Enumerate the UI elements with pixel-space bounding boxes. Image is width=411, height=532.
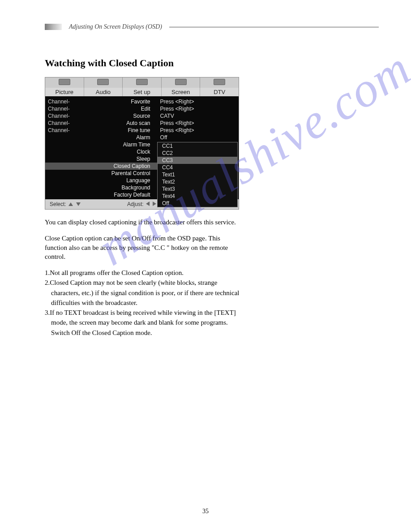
page-header: Adjusting On Screen Displays (OSD) [45,23,379,30]
text-line: Close Caption option can be set On/Off f… [45,235,220,242]
menu-item: Channel-Favorite [45,98,158,105]
list-item: 2.Closed Caption may not be seen clearly… [45,278,295,287]
header-mark-icon [45,24,62,30]
audio-icon [97,79,109,85]
footer-select-label: Select: [50,201,66,207]
footer-select: Select: [50,201,81,207]
menu-item: Alarm Time [45,141,158,148]
popup-option: Text2 [158,178,237,185]
menu-item: Parental Control [45,170,158,177]
triangle-left-icon [146,202,150,206]
popup-option: Text3 [158,185,237,193]
menu-item: Factory Default [45,191,158,198]
page-number: 35 [0,508,411,515]
text-line: control. [45,253,65,260]
setup-icon [136,79,148,85]
tab-audio: Audio [84,88,123,96]
menu-value: Press <Right> [158,98,239,105]
popup-option-selected: CC3 [158,157,237,164]
menu-item: Channel-Auto scan [45,120,158,127]
header-rule [169,27,379,27]
triangle-down-icon [76,202,81,206]
menu-item: Channel-Source [45,112,158,120]
tab-screen: Screen [162,88,201,96]
popup-option: CC4 [158,164,237,171]
menu-item: Clock [45,148,158,155]
footer-adjust-label: Adjust: [127,201,144,207]
menu-item: Sleep [45,155,158,163]
menu-item: Language [45,177,158,184]
list-item: characters, etc.) if the signal conditio… [45,288,295,297]
menu-item: Channel-Fine tune [45,127,158,134]
tab-dtv: DTV [200,88,239,96]
manual-page: Adjusting On Screen Displays (OSD) Watch… [0,0,411,532]
tab-setup: Set up [123,88,162,96]
popup-option: Text4 [158,193,237,200]
osd-menu-screenshot: Picture Audio Set up Screen DTV Channel-… [45,77,239,210]
notes-list: 1.Not all programs offer the Closed Capt… [45,268,295,337]
header-section-title: Adjusting On Screen Displays (OSD) [69,23,162,30]
menu-item: Alarm [45,134,158,141]
popup-option: CC1 [158,142,237,150]
osd-icon-row [45,77,239,88]
text-line: function also can be access by pressing … [45,244,228,251]
menu-value: Press <Right> [158,120,239,127]
triangle-right-icon [153,202,156,206]
body-text: You can display closed captioning if the… [45,218,295,337]
list-item: difficulties with the broadcaster. [45,298,295,307]
closed-caption-popup: CC1 CC2 CC3 CC4 Text1 Text2 Text3 Text4 … [157,142,238,207]
osd-menu-list: Channel-Favorite Channel-Edit Channel-So… [45,98,158,198]
popup-option: Off [158,200,237,207]
picture-icon [59,79,70,85]
menu-value: Off [158,134,239,141]
paragraph: Close Caption option can be set On/Off f… [45,234,295,261]
menu-value: Press <Right> [158,105,239,112]
list-item: 1.Not all programs offer the Closed Capt… [45,268,295,277]
popup-option: CC2 [158,150,237,157]
list-item: 3.If no TEXT broadcast is being received… [45,308,295,317]
menu-value: CATV [158,112,239,120]
menu-item: Background [45,184,158,191]
footer-adjust: Adjust: [127,201,157,207]
triangle-up-icon [68,202,73,206]
tab-picture: Picture [45,88,84,96]
page-title: Watching with Closed Caption [45,57,379,69]
screen-icon [175,79,187,85]
list-item: mode, the screen may become dark and bla… [45,318,295,327]
paragraph: You can display closed captioning if the… [45,218,295,227]
osd-tab-row: Picture Audio Set up Screen DTV [45,88,239,96]
menu-item-selected: Closed Caption [45,163,158,170]
dtv-icon [214,79,225,85]
popup-option: Text1 [158,171,237,178]
list-item: Switch Off the Closed Caption mode. [45,328,295,337]
menu-value: Press <Right> [158,127,239,134]
menu-item: Channel-Edit [45,105,158,112]
